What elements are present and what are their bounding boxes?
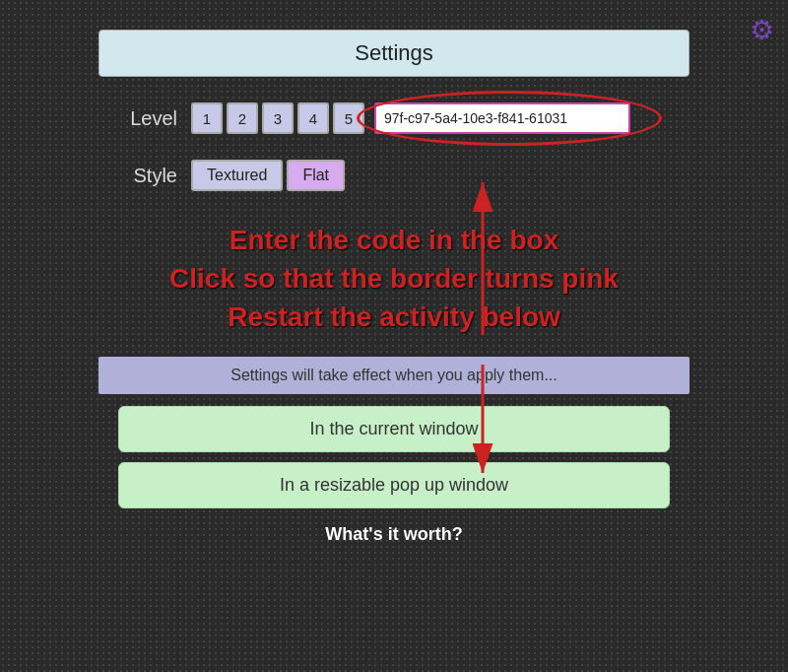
code-input[interactable] (374, 102, 630, 134)
level-buttons: 1 2 3 4 5 (191, 102, 364, 134)
level-btn-1[interactable]: 1 (191, 102, 223, 134)
settings-title: Settings (355, 40, 433, 65)
style-row: Style Textured Flat (98, 154, 690, 197)
style-btn-flat[interactable]: Flat (287, 160, 345, 191)
instruction-line-2: Click so that the border turns pink (108, 259, 680, 298)
apply-text: Settings will take effect when you apply… (230, 367, 557, 383)
level-btn-5[interactable]: 5 (333, 102, 364, 134)
apply-bar: Settings will take effect when you apply… (98, 357, 690, 394)
style-buttons: Textured Flat (191, 160, 345, 191)
code-input-wrapper (374, 102, 630, 134)
level-btn-2[interactable]: 2 (227, 102, 258, 134)
level-btn-4[interactable]: 4 (297, 102, 329, 134)
style-label: Style (98, 165, 177, 187)
settings-panel: Settings Level 1 2 3 4 5 Style Textured … (98, 30, 690, 545)
instruction-line-3: Restart the activity below (108, 298, 680, 336)
instruction-line-1: Enter the code in the box (108, 221, 680, 259)
level-label: Level (98, 107, 177, 130)
level-btn-3[interactable]: 3 (262, 102, 294, 134)
whats-worth: What's it worth? (98, 524, 690, 545)
action-buttons: In the current window In a resizable pop… (98, 406, 690, 508)
gear-icon[interactable]: ⚙ (750, 14, 774, 46)
current-window-btn[interactable]: In the current window (118, 406, 670, 452)
popup-window-btn[interactable]: In a resizable pop up window (118, 462, 670, 508)
level-row: Level 1 2 3 4 5 (98, 97, 690, 140)
title-bar: Settings (98, 30, 690, 77)
instructions-area: Enter the code in the box Click so that … (98, 211, 690, 347)
style-btn-textured[interactable]: Textured (191, 160, 283, 191)
